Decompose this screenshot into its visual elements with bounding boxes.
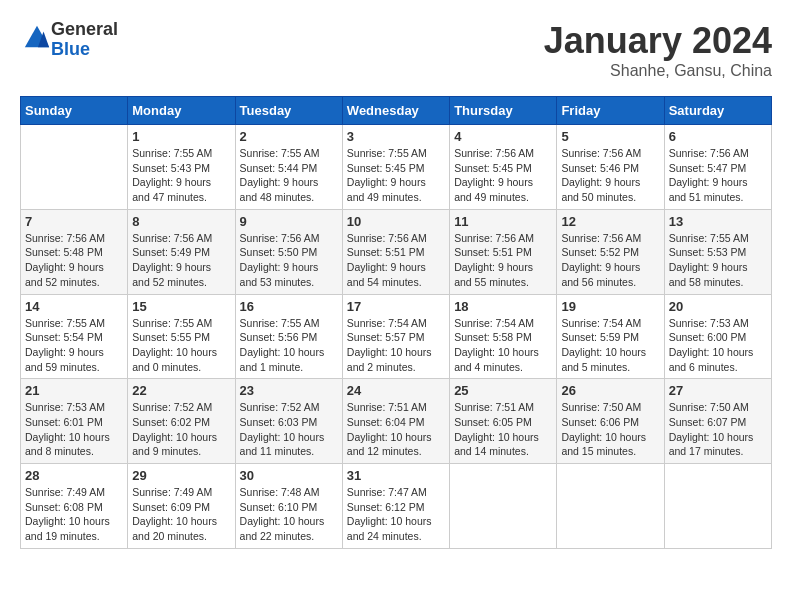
calendar-cell: 24Sunrise: 7:51 AMSunset: 6:04 PMDayligh… [342,379,449,464]
calendar-cell: 11Sunrise: 7:56 AMSunset: 5:51 PMDayligh… [450,209,557,294]
day-info: Sunrise: 7:50 AMSunset: 6:07 PMDaylight:… [669,400,767,459]
location-title: Shanhe, Gansu, China [544,62,772,80]
calendar-cell: 15Sunrise: 7:55 AMSunset: 5:55 PMDayligh… [128,294,235,379]
weekday-header-tuesday: Tuesday [235,97,342,125]
day-number: 29 [132,468,230,483]
day-number: 7 [25,214,123,229]
calendar-cell: 12Sunrise: 7:56 AMSunset: 5:52 PMDayligh… [557,209,664,294]
calendar-cell: 27Sunrise: 7:50 AMSunset: 6:07 PMDayligh… [664,379,771,464]
day-number: 19 [561,299,659,314]
day-info: Sunrise: 7:50 AMSunset: 6:06 PMDaylight:… [561,400,659,459]
page-header: General Blue January 2024 Shanhe, Gansu,… [20,20,772,80]
day-info: Sunrise: 7:56 AMSunset: 5:46 PMDaylight:… [561,146,659,205]
calendar-cell: 6Sunrise: 7:56 AMSunset: 5:47 PMDaylight… [664,125,771,210]
day-number: 8 [132,214,230,229]
calendar-cell: 13Sunrise: 7:55 AMSunset: 5:53 PMDayligh… [664,209,771,294]
logo-icon [23,24,51,52]
day-info: Sunrise: 7:53 AMSunset: 6:00 PMDaylight:… [669,316,767,375]
day-number: 12 [561,214,659,229]
day-info: Sunrise: 7:54 AMSunset: 5:57 PMDaylight:… [347,316,445,375]
day-info: Sunrise: 7:52 AMSunset: 6:03 PMDaylight:… [240,400,338,459]
calendar-cell: 26Sunrise: 7:50 AMSunset: 6:06 PMDayligh… [557,379,664,464]
day-number: 2 [240,129,338,144]
day-number: 13 [669,214,767,229]
day-number: 15 [132,299,230,314]
day-info: Sunrise: 7:56 AMSunset: 5:52 PMDaylight:… [561,231,659,290]
calendar-cell: 1Sunrise: 7:55 AMSunset: 5:43 PMDaylight… [128,125,235,210]
day-number: 5 [561,129,659,144]
day-info: Sunrise: 7:54 AMSunset: 5:59 PMDaylight:… [561,316,659,375]
day-info: Sunrise: 7:55 AMSunset: 5:44 PMDaylight:… [240,146,338,205]
day-info: Sunrise: 7:53 AMSunset: 6:01 PMDaylight:… [25,400,123,459]
day-number: 31 [347,468,445,483]
calendar-cell: 10Sunrise: 7:56 AMSunset: 5:51 PMDayligh… [342,209,449,294]
month-title: January 2024 [544,20,772,62]
calendar-cell: 4Sunrise: 7:56 AMSunset: 5:45 PMDaylight… [450,125,557,210]
day-info: Sunrise: 7:56 AMSunset: 5:47 PMDaylight:… [669,146,767,205]
day-number: 9 [240,214,338,229]
day-number: 17 [347,299,445,314]
calendar-cell: 23Sunrise: 7:52 AMSunset: 6:03 PMDayligh… [235,379,342,464]
weekday-header-sunday: Sunday [21,97,128,125]
calendar-cell: 30Sunrise: 7:48 AMSunset: 6:10 PMDayligh… [235,464,342,549]
weekday-header-wednesday: Wednesday [342,97,449,125]
day-number: 28 [25,468,123,483]
day-number: 10 [347,214,445,229]
day-number: 27 [669,383,767,398]
calendar-cell: 16Sunrise: 7:55 AMSunset: 5:56 PMDayligh… [235,294,342,379]
day-info: Sunrise: 7:56 AMSunset: 5:51 PMDaylight:… [347,231,445,290]
day-number: 1 [132,129,230,144]
day-number: 20 [669,299,767,314]
calendar-cell: 5Sunrise: 7:56 AMSunset: 5:46 PMDaylight… [557,125,664,210]
weekday-header-friday: Friday [557,97,664,125]
day-info: Sunrise: 7:56 AMSunset: 5:50 PMDaylight:… [240,231,338,290]
day-info: Sunrise: 7:51 AMSunset: 6:05 PMDaylight:… [454,400,552,459]
calendar-cell: 8Sunrise: 7:56 AMSunset: 5:49 PMDaylight… [128,209,235,294]
logo: General Blue [20,20,118,60]
day-info: Sunrise: 7:55 AMSunset: 5:55 PMDaylight:… [132,316,230,375]
day-info: Sunrise: 7:55 AMSunset: 5:53 PMDaylight:… [669,231,767,290]
title-block: January 2024 Shanhe, Gansu, China [544,20,772,80]
logo-text: General Blue [51,20,118,60]
calendar-cell: 18Sunrise: 7:54 AMSunset: 5:58 PMDayligh… [450,294,557,379]
day-info: Sunrise: 7:56 AMSunset: 5:49 PMDaylight:… [132,231,230,290]
day-number: 11 [454,214,552,229]
calendar-cell: 19Sunrise: 7:54 AMSunset: 5:59 PMDayligh… [557,294,664,379]
day-number: 4 [454,129,552,144]
weekday-header-thursday: Thursday [450,97,557,125]
day-number: 14 [25,299,123,314]
day-number: 16 [240,299,338,314]
day-number: 3 [347,129,445,144]
day-number: 18 [454,299,552,314]
day-info: Sunrise: 7:49 AMSunset: 6:08 PMDaylight:… [25,485,123,544]
day-info: Sunrise: 7:56 AMSunset: 5:45 PMDaylight:… [454,146,552,205]
calendar-table: SundayMondayTuesdayWednesdayThursdayFrid… [20,96,772,549]
day-info: Sunrise: 7:56 AMSunset: 5:48 PMDaylight:… [25,231,123,290]
day-info: Sunrise: 7:47 AMSunset: 6:12 PMDaylight:… [347,485,445,544]
day-number: 6 [669,129,767,144]
day-info: Sunrise: 7:55 AMSunset: 5:45 PMDaylight:… [347,146,445,205]
day-info: Sunrise: 7:51 AMSunset: 6:04 PMDaylight:… [347,400,445,459]
calendar-cell [21,125,128,210]
calendar-cell: 25Sunrise: 7:51 AMSunset: 6:05 PMDayligh… [450,379,557,464]
weekday-header-monday: Monday [128,97,235,125]
calendar-cell: 22Sunrise: 7:52 AMSunset: 6:02 PMDayligh… [128,379,235,464]
day-number: 30 [240,468,338,483]
day-number: 21 [25,383,123,398]
day-info: Sunrise: 7:54 AMSunset: 5:58 PMDaylight:… [454,316,552,375]
calendar-cell: 3Sunrise: 7:55 AMSunset: 5:45 PMDaylight… [342,125,449,210]
calendar-cell: 17Sunrise: 7:54 AMSunset: 5:57 PMDayligh… [342,294,449,379]
calendar-cell [450,464,557,549]
day-info: Sunrise: 7:52 AMSunset: 6:02 PMDaylight:… [132,400,230,459]
calendar-cell [557,464,664,549]
calendar-cell: 7Sunrise: 7:56 AMSunset: 5:48 PMDaylight… [21,209,128,294]
calendar-cell: 28Sunrise: 7:49 AMSunset: 6:08 PMDayligh… [21,464,128,549]
calendar-cell: 9Sunrise: 7:56 AMSunset: 5:50 PMDaylight… [235,209,342,294]
calendar-cell: 14Sunrise: 7:55 AMSunset: 5:54 PMDayligh… [21,294,128,379]
calendar-cell: 20Sunrise: 7:53 AMSunset: 6:00 PMDayligh… [664,294,771,379]
calendar-cell: 29Sunrise: 7:49 AMSunset: 6:09 PMDayligh… [128,464,235,549]
day-info: Sunrise: 7:55 AMSunset: 5:54 PMDaylight:… [25,316,123,375]
day-number: 25 [454,383,552,398]
calendar-cell: 21Sunrise: 7:53 AMSunset: 6:01 PMDayligh… [21,379,128,464]
day-number: 23 [240,383,338,398]
